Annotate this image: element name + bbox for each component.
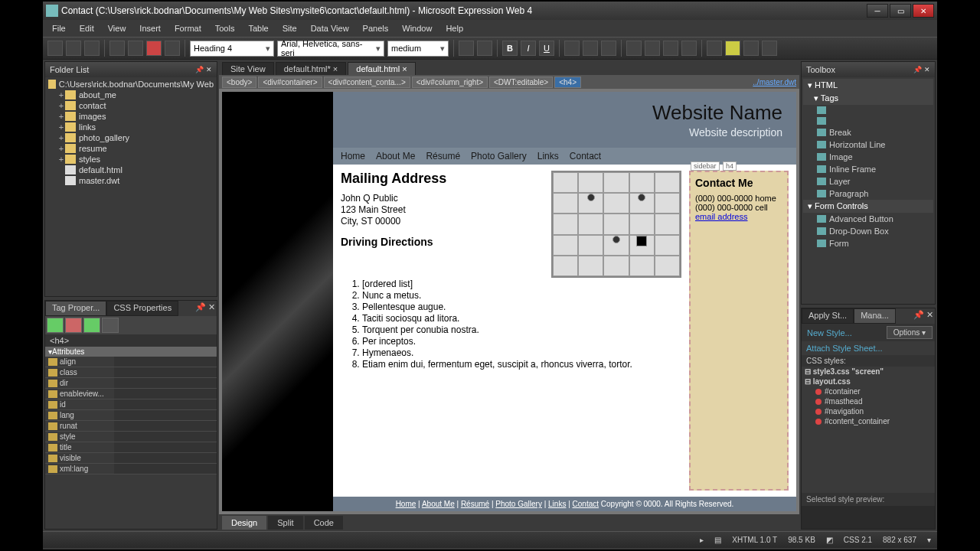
sidebar-editable[interactable]: sidebar h4 Contact Me (000) 000-0000 hom… xyxy=(689,171,789,491)
maximize-button[interactable]: ▭ xyxy=(890,4,911,18)
undo-icon[interactable] xyxy=(459,41,474,56)
menu-table[interactable]: Table xyxy=(242,22,274,34)
menu-tools[interactable]: Tools xyxy=(209,22,241,34)
property-row[interactable]: style xyxy=(45,432,217,442)
menu-data-view[interactable]: Data View xyxy=(305,22,355,34)
pin-icon[interactable]: 📌 ✕ xyxy=(913,66,930,73)
menu-site[interactable]: Site xyxy=(276,22,303,34)
breadcrumb-item[interactable]: <h4> xyxy=(554,77,581,88)
preview-icon[interactable] xyxy=(128,41,143,56)
prop-tool-icon[interactable] xyxy=(65,318,82,333)
property-row[interactable]: runat xyxy=(45,421,217,432)
toolbox-item[interactable] xyxy=(803,105,933,116)
menu-format[interactable]: Format xyxy=(168,22,207,34)
toolbox-item[interactable]: Inline Frame xyxy=(803,163,933,175)
nav-link[interactable]: About Me xyxy=(376,151,415,161)
toolbox-item[interactable]: Advanced Button xyxy=(803,213,933,225)
open-icon[interactable] xyxy=(66,41,81,56)
view-tab-code[interactable]: Code xyxy=(305,516,343,530)
status-schema-icon[interactable]: ▤ xyxy=(714,536,721,544)
tab-tag-properties[interactable]: Tag Proper... xyxy=(45,301,106,316)
folder-item[interactable]: master.dwt xyxy=(47,175,215,186)
fontcolor-icon[interactable] xyxy=(743,41,759,56)
align-left-icon[interactable] xyxy=(564,41,580,56)
new-icon[interactable] xyxy=(47,41,63,56)
contact-heading[interactable]: Contact Me xyxy=(695,177,782,189)
menu-panels[interactable]: Panels xyxy=(357,22,395,34)
minimize-button[interactable]: ─ xyxy=(867,4,888,18)
nav-link[interactable]: Photo Gallery xyxy=(471,151,527,161)
master-link[interactable]: ../master.dwt xyxy=(753,78,796,86)
tab-css-properties[interactable]: CSS Properties xyxy=(106,301,178,316)
font-select[interactable]: Arial, Helvetica, sans-seri xyxy=(277,41,384,57)
design-canvas[interactable]: Website Name Website description HomeAbo… xyxy=(222,92,796,511)
pin-icon[interactable]: 📌 ✕ xyxy=(195,66,212,73)
underline-icon[interactable]: U xyxy=(539,41,554,56)
superpreview-icon[interactable] xyxy=(146,41,162,56)
nav-link[interactable]: Contact xyxy=(570,151,601,161)
insert-table-icon[interactable] xyxy=(762,41,777,56)
prop-tool-icon[interactable] xyxy=(47,318,64,333)
bold-icon[interactable]: B xyxy=(502,41,518,56)
numbering-icon[interactable] xyxy=(645,41,660,56)
breadcrumb-item[interactable]: <div#container> xyxy=(258,77,322,88)
toolbox-item[interactable]: Layer xyxy=(803,175,933,187)
property-row[interactable]: title xyxy=(45,442,217,453)
folder-item[interactable]: +resume xyxy=(47,143,215,154)
view-tab-split[interactable]: Split xyxy=(268,516,302,530)
menu-window[interactable]: Window xyxy=(396,22,438,34)
toolbox-group[interactable]: ▾ Form Controls xyxy=(803,200,933,213)
css-rule[interactable]: #container xyxy=(802,386,935,396)
highlight-icon[interactable] xyxy=(725,41,740,56)
toolbox-group[interactable]: ▾ HTML xyxy=(803,79,933,92)
nav-link[interactable]: Home xyxy=(341,151,365,161)
outdent-icon[interactable] xyxy=(663,41,678,56)
status-compat-icon[interactable]: ◩ xyxy=(826,536,833,544)
doc-tab[interactable]: Site View xyxy=(222,62,274,75)
status-flag-icon[interactable]: ▸ xyxy=(700,536,704,544)
bullets-icon[interactable] xyxy=(626,41,642,56)
property-row[interactable]: enableview... xyxy=(45,389,217,399)
tab-apply-styles[interactable]: Apply St... xyxy=(802,308,854,324)
save-icon[interactable] xyxy=(84,41,100,56)
doc-tab[interactable]: default.html* × xyxy=(276,62,347,75)
property-row[interactable]: dir xyxy=(45,378,217,389)
css-rule[interactable]: #masthead xyxy=(802,396,935,406)
menu-view[interactable]: View xyxy=(102,22,132,34)
folder-item[interactable]: +about_me xyxy=(47,90,215,100)
style-select[interactable]: Heading 4 xyxy=(190,41,274,57)
toolbox-item[interactable]: Drop-Down Box xyxy=(803,225,933,237)
borders-icon[interactable] xyxy=(707,41,722,56)
toolbox-item[interactable] xyxy=(803,116,933,126)
size-select[interactable]: medium xyxy=(387,41,449,57)
folder-root[interactable]: C:\Users\rick.bodnar\Documents\My Web xyxy=(47,79,215,90)
stylesheet-row[interactable]: ⊟ layout.css xyxy=(802,377,935,386)
attach-stylesheet-link[interactable]: Attach Style Sheet... xyxy=(802,341,935,355)
footer-link[interactable]: Contact xyxy=(573,500,599,508)
property-row[interactable]: class xyxy=(45,367,217,378)
footer-link[interactable]: About Me xyxy=(422,500,455,508)
footer-link[interactable]: Links xyxy=(548,500,566,508)
folder-item[interactable]: +contact xyxy=(47,100,215,111)
redo-icon[interactable] xyxy=(477,41,492,56)
prop-tool-icon[interactable] xyxy=(83,318,100,333)
folder-item[interactable]: +images xyxy=(47,111,215,122)
menu-file[interactable]: File xyxy=(46,22,72,34)
menu-edit[interactable]: Edit xyxy=(74,22,100,34)
folder-item[interactable]: +photo_gallery xyxy=(47,132,215,143)
nav-link[interactable]: Links xyxy=(537,151,559,161)
footer-link[interactable]: Résumé xyxy=(461,500,489,508)
breadcrumb-item[interactable]: <div#column_right> xyxy=(412,77,488,88)
toolbox-item[interactable]: Horizontal Line xyxy=(803,139,933,151)
toolbox-item[interactable]: Break xyxy=(803,126,933,139)
doc-tab[interactable]: default.html × xyxy=(348,62,415,75)
toolbox-item[interactable]: Form xyxy=(803,237,933,249)
close-button[interactable]: ✕ xyxy=(913,4,934,18)
indent-icon[interactable] xyxy=(681,41,697,56)
prop-tool-icon[interactable] xyxy=(102,318,119,333)
tool-icon[interactable] xyxy=(165,41,180,56)
toolbox-item[interactable]: Paragraph xyxy=(803,187,933,200)
folder-item[interactable]: +styles xyxy=(47,154,215,165)
footer-link[interactable]: Photo Gallery xyxy=(495,500,542,508)
attributes-group[interactable]: ▾ Attributes xyxy=(45,347,217,357)
